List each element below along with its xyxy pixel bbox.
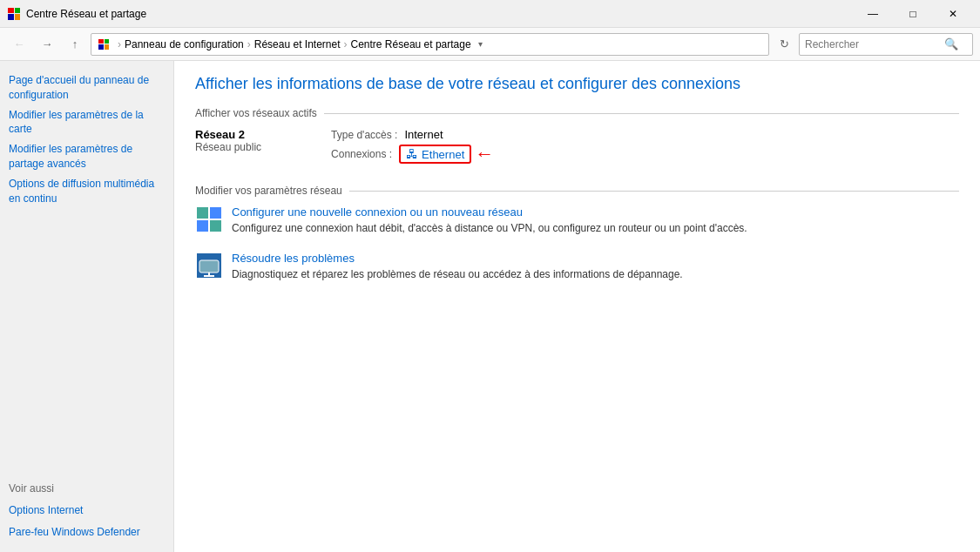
refresh-button[interactable]: ↻ bbox=[773, 33, 795, 56]
svg-rect-2 bbox=[197, 220, 208, 232]
back-button[interactable]: ← bbox=[7, 32, 31, 57]
breadcrumb-item-1[interactable]: Panneau de configuration bbox=[125, 38, 244, 50]
window-controls: — □ ✕ bbox=[853, 0, 973, 28]
title-bar-left: Centre Réseau et partage bbox=[7, 7, 146, 21]
search-box: 🔍 bbox=[799, 33, 973, 56]
breadcrumb-item-3[interactable]: Centre Réseau et partage bbox=[351, 38, 471, 50]
svg-rect-6 bbox=[199, 260, 219, 273]
breadcrumb-sep-2: › bbox=[247, 38, 251, 50]
close-button[interactable]: ✕ bbox=[933, 0, 973, 28]
sidebar: Page d'accueil du panneau de configurati… bbox=[0, 61, 174, 552]
troubleshoot-link[interactable]: Résoudre les problèmes bbox=[232, 252, 959, 265]
modify-networks-header: Modifier vos paramètres réseau bbox=[195, 185, 959, 197]
modify-section: Configurer une nouvelle connexion ou un … bbox=[195, 205, 959, 282]
sidebar-link-internet-options[interactable]: Options Internet bbox=[9, 502, 165, 520]
breadcrumb-item-2[interactable]: Réseau et Internet bbox=[254, 38, 341, 50]
svg-rect-3 bbox=[210, 220, 221, 232]
breadcrumb-dropdown-icon[interactable]: ▾ bbox=[478, 39, 483, 49]
maximize-button[interactable]: □ bbox=[893, 0, 933, 28]
sidebar-nav: Page d'accueil du panneau de configurati… bbox=[9, 71, 165, 207]
app-icon bbox=[7, 7, 21, 21]
network-name: Réseau 2 bbox=[195, 128, 261, 141]
window-title: Centre Réseau et partage bbox=[26, 8, 146, 20]
ethernet-label: Ethernet bbox=[422, 148, 464, 161]
type-label: Type d'accès : bbox=[331, 129, 397, 141]
svg-rect-0 bbox=[197, 207, 208, 219]
main-layout: Page d'accueil du panneau de configurati… bbox=[0, 61, 980, 552]
search-input[interactable] bbox=[805, 38, 944, 50]
troubleshoot-icon bbox=[195, 252, 223, 279]
breadcrumb: › Panneau de configuration › Réseau et I… bbox=[91, 33, 769, 56]
configure-desc: Configurez une connexion haut débit, d'a… bbox=[232, 222, 747, 234]
search-icon: 🔍 bbox=[944, 37, 958, 50]
troubleshoot-desc: Diagnostiquez et réparez les problèmes d… bbox=[232, 268, 683, 280]
svg-rect-1 bbox=[210, 207, 221, 219]
breadcrumb-sep-1: › bbox=[118, 38, 121, 50]
conn-label: Connexions : bbox=[331, 148, 392, 160]
title-bar: Centre Réseau et partage — □ ✕ bbox=[0, 0, 980, 28]
ethernet-annotation: 🖧 Ethernet ← bbox=[399, 145, 494, 164]
sidebar-link-sharing[interactable]: Modifier les paramètres de partage avanc… bbox=[9, 140, 165, 173]
configure-link[interactable]: Configurer une nouvelle connexion ou un … bbox=[232, 205, 959, 219]
page-title: Afficher les informations de base de vot… bbox=[195, 75, 959, 93]
sidebar-see-also-label: Voir aussi bbox=[9, 482, 165, 495]
sidebar-link-adapter[interactable]: Modifier les paramètres de la carte bbox=[9, 106, 165, 139]
network-item-troubleshoot: Résoudre les problèmes Diagnostiquez et … bbox=[195, 252, 959, 282]
ethernet-icon: 🖧 bbox=[406, 147, 418, 161]
breadcrumb-sep-3: › bbox=[344, 38, 348, 50]
troubleshoot-content: Résoudre les problèmes Diagnostiquez et … bbox=[232, 252, 959, 282]
network-type-public: Réseau public bbox=[195, 141, 261, 153]
content-area: Afficher les informations de base de vot… bbox=[174, 61, 980, 552]
sidebar-link-home[interactable]: Page d'accueil du panneau de configurati… bbox=[9, 71, 165, 104]
breadcrumb-icon bbox=[97, 37, 111, 51]
network-info-right: Type d'accès : Internet Connexions : 🖧 E… bbox=[331, 128, 494, 164]
type-value: Internet bbox=[404, 128, 443, 141]
network-item-configure: Configurer une nouvelle connexion ou un … bbox=[195, 205, 959, 236]
configure-content: Configurer une nouvelle connexion ou un … bbox=[232, 205, 959, 236]
modify-networks-divider bbox=[349, 191, 959, 192]
ethernet-link[interactable]: 🖧 Ethernet bbox=[399, 145, 471, 164]
sidebar-link-firewall[interactable]: Pare-feu Windows Defender bbox=[9, 523, 165, 542]
forward-button[interactable]: → bbox=[35, 32, 59, 57]
active-networks-divider bbox=[324, 113, 959, 114]
configure-icon bbox=[195, 205, 223, 233]
active-networks-header: Afficher vos réseaux actifs bbox=[195, 107, 959, 119]
network-info-left: Réseau 2 Réseau public bbox=[195, 128, 261, 153]
up-button[interactable]: ↑ bbox=[63, 32, 87, 57]
active-networks-label: Afficher vos réseaux actifs bbox=[195, 107, 324, 119]
address-bar: ← → ↑ › Panneau de configuration › Résea… bbox=[0, 28, 980, 61]
annotation-arrow: ← bbox=[475, 145, 494, 164]
sidebar-bottom: Voir aussi Options Internet Pare-feu Win… bbox=[9, 482, 165, 542]
sidebar-link-media[interactable]: Options de diffusion multimédia en conti… bbox=[9, 175, 165, 208]
modify-networks-label: Modifier vos paramètres réseau bbox=[195, 185, 349, 197]
minimize-button[interactable]: — bbox=[853, 0, 893, 28]
